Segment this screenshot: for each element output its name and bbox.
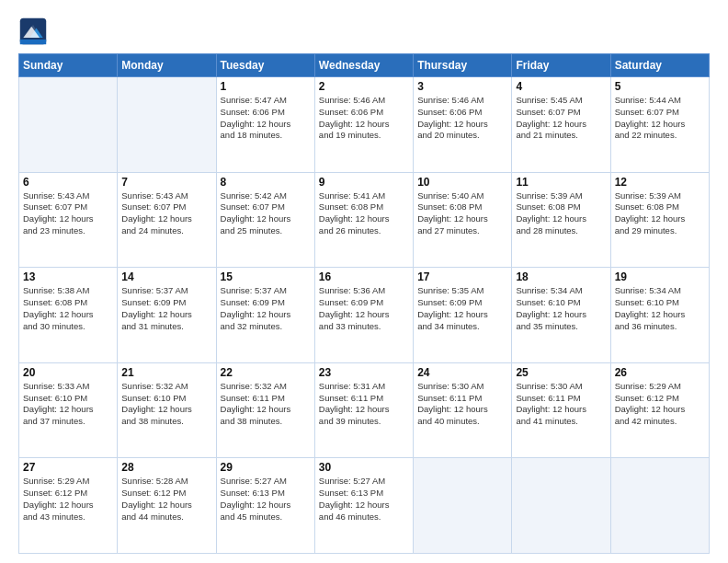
calendar-cell: 21Sunrise: 5:32 AMSunset: 6:10 PMDayligh…: [118, 362, 216, 458]
calendar-cell: 28Sunrise: 5:28 AMSunset: 6:12 PMDayligh…: [118, 458, 216, 554]
cell-info: Sunrise: 5:32 AMSunset: 6:10 PMDaylight:…: [121, 381, 211, 428]
cell-info: Sunrise: 5:39 AMSunset: 6:08 PMDaylight:…: [516, 190, 606, 237]
cell-info: Sunrise: 5:38 AMSunset: 6:08 PMDaylight:…: [23, 285, 113, 332]
cell-info: Sunrise: 5:43 AMSunset: 6:07 PMDaylight:…: [121, 190, 211, 237]
calendar-cell: 11Sunrise: 5:39 AMSunset: 6:08 PMDayligh…: [512, 172, 610, 268]
calendar-cell: [512, 458, 610, 554]
day-number: 23: [319, 366, 409, 379]
day-number: 19: [615, 270, 705, 283]
cell-info: Sunrise: 5:40 AMSunset: 6:08 PMDaylight:…: [417, 190, 507, 237]
calendar-cell: [610, 458, 709, 554]
cell-info: Sunrise: 5:31 AMSunset: 6:11 PMDaylight:…: [319, 381, 409, 428]
day-number: 1: [221, 80, 311, 93]
day-number: 14: [121, 270, 211, 283]
calendar-cell: 3Sunrise: 5:46 AMSunset: 6:06 PMDaylight…: [414, 77, 512, 173]
calendar-cell: 8Sunrise: 5:42 AMSunset: 6:07 PMDaylight…: [216, 172, 314, 268]
week-row-1: 1Sunrise: 5:47 AMSunset: 6:06 PMDaylight…: [19, 77, 710, 173]
calendar-cell: 19Sunrise: 5:34 AMSunset: 6:10 PMDayligh…: [610, 268, 709, 363]
day-number: 12: [615, 176, 705, 189]
calendar-cell: 4Sunrise: 5:45 AMSunset: 6:07 PMDaylight…: [512, 77, 610, 173]
calendar-cell: 9Sunrise: 5:41 AMSunset: 6:08 PMDaylight…: [314, 172, 413, 268]
calendar-cell: 18Sunrise: 5:34 AMSunset: 6:10 PMDayligh…: [512, 268, 610, 363]
day-number: 10: [417, 176, 507, 189]
cell-info: Sunrise: 5:37 AMSunset: 6:09 PMDaylight:…: [121, 285, 211, 332]
calendar-cell: 17Sunrise: 5:35 AMSunset: 6:09 PMDayligh…: [414, 268, 512, 363]
day-number: 20: [23, 366, 113, 379]
calendar-cell: 25Sunrise: 5:30 AMSunset: 6:11 PMDayligh…: [512, 362, 610, 458]
cell-info: Sunrise: 5:30 AMSunset: 6:11 PMDaylight:…: [417, 381, 507, 428]
day-number: 5: [615, 80, 705, 93]
day-number: 30: [319, 461, 409, 474]
week-row-4: 20Sunrise: 5:33 AMSunset: 6:10 PMDayligh…: [19, 362, 710, 458]
cell-info: Sunrise: 5:42 AMSunset: 6:07 PMDaylight:…: [221, 190, 311, 237]
svg-rect-4: [20, 40, 46, 44]
weekday-monday: Monday: [118, 54, 216, 77]
calendar-cell: 23Sunrise: 5:31 AMSunset: 6:11 PMDayligh…: [314, 362, 413, 458]
cell-info: Sunrise: 5:41 AMSunset: 6:08 PMDaylight:…: [319, 190, 409, 237]
cell-info: Sunrise: 5:30 AMSunset: 6:11 PMDaylight:…: [516, 381, 606, 428]
cell-info: Sunrise: 5:44 AMSunset: 6:07 PMDaylight:…: [615, 95, 705, 142]
day-number: 3: [417, 80, 507, 93]
cell-info: Sunrise: 5:37 AMSunset: 6:09 PMDaylight:…: [221, 285, 311, 332]
calendar-cell: [414, 458, 512, 554]
day-number: 11: [516, 176, 606, 189]
cell-info: Sunrise: 5:39 AMSunset: 6:08 PMDaylight:…: [615, 190, 705, 237]
calendar-cell: 30Sunrise: 5:27 AMSunset: 6:13 PMDayligh…: [314, 458, 413, 554]
day-number: 26: [615, 366, 705, 379]
cell-info: Sunrise: 5:35 AMSunset: 6:09 PMDaylight:…: [417, 285, 507, 332]
calendar-cell: 27Sunrise: 5:29 AMSunset: 6:12 PMDayligh…: [19, 458, 118, 554]
day-number: 21: [121, 366, 211, 379]
day-number: 27: [23, 461, 113, 474]
cell-info: Sunrise: 5:27 AMSunset: 6:13 PMDaylight:…: [221, 476, 311, 523]
week-row-3: 13Sunrise: 5:38 AMSunset: 6:08 PMDayligh…: [19, 268, 710, 363]
day-number: 7: [121, 176, 211, 189]
day-number: 22: [221, 366, 311, 379]
cell-info: Sunrise: 5:29 AMSunset: 6:12 PMDaylight:…: [23, 476, 113, 523]
calendar-cell: 6Sunrise: 5:43 AMSunset: 6:07 PMDaylight…: [19, 172, 118, 268]
calendar-cell: 7Sunrise: 5:43 AMSunset: 6:07 PMDaylight…: [118, 172, 216, 268]
day-number: 8: [221, 176, 311, 189]
day-number: 29: [221, 461, 311, 474]
cell-info: Sunrise: 5:27 AMSunset: 6:13 PMDaylight:…: [319, 476, 409, 523]
cell-info: Sunrise: 5:34 AMSunset: 6:10 PMDaylight:…: [516, 285, 606, 332]
cell-info: Sunrise: 5:45 AMSunset: 6:07 PMDaylight:…: [516, 95, 606, 142]
cell-info: Sunrise: 5:34 AMSunset: 6:10 PMDaylight:…: [615, 285, 705, 332]
week-row-2: 6Sunrise: 5:43 AMSunset: 6:07 PMDaylight…: [19, 172, 710, 268]
calendar-cell: 1Sunrise: 5:47 AMSunset: 6:06 PMDaylight…: [216, 77, 314, 173]
calendar-cell: [118, 77, 216, 173]
day-number: 24: [417, 366, 507, 379]
cell-info: Sunrise: 5:32 AMSunset: 6:11 PMDaylight:…: [221, 381, 311, 428]
weekday-friday: Friday: [512, 54, 610, 77]
calendar-cell: 29Sunrise: 5:27 AMSunset: 6:13 PMDayligh…: [216, 458, 314, 554]
calendar-cell: 12Sunrise: 5:39 AMSunset: 6:08 PMDayligh…: [610, 172, 709, 268]
weekday-saturday: Saturday: [610, 54, 709, 77]
day-number: 15: [221, 270, 311, 283]
calendar-table: SundayMondayTuesdayWednesdayThursdayFrid…: [18, 53, 710, 554]
calendar-cell: 15Sunrise: 5:37 AMSunset: 6:09 PMDayligh…: [216, 268, 314, 363]
page: SundayMondayTuesdayWednesdayThursdayFrid…: [0, 0, 728, 563]
day-number: 6: [23, 176, 113, 189]
calendar-cell: 2Sunrise: 5:46 AMSunset: 6:06 PMDaylight…: [314, 77, 413, 173]
day-number: 28: [121, 461, 211, 474]
day-number: 18: [516, 270, 606, 283]
calendar-cell: 16Sunrise: 5:36 AMSunset: 6:09 PMDayligh…: [314, 268, 413, 363]
header: [18, 17, 710, 46]
day-number: 25: [516, 366, 606, 379]
day-number: 17: [417, 270, 507, 283]
logo: [18, 17, 51, 46]
cell-info: Sunrise: 5:33 AMSunset: 6:10 PMDaylight:…: [23, 381, 113, 428]
calendar-cell: [19, 77, 118, 173]
calendar-cell: 20Sunrise: 5:33 AMSunset: 6:10 PMDayligh…: [19, 362, 118, 458]
calendar-cell: 10Sunrise: 5:40 AMSunset: 6:08 PMDayligh…: [414, 172, 512, 268]
day-number: 2: [319, 80, 409, 93]
cell-info: Sunrise: 5:46 AMSunset: 6:06 PMDaylight:…: [319, 95, 409, 142]
day-number: 16: [319, 270, 409, 283]
calendar-cell: 22Sunrise: 5:32 AMSunset: 6:11 PMDayligh…: [216, 362, 314, 458]
calendar-cell: 24Sunrise: 5:30 AMSunset: 6:11 PMDayligh…: [414, 362, 512, 458]
calendar-cell: 5Sunrise: 5:44 AMSunset: 6:07 PMDaylight…: [610, 77, 709, 173]
calendar-cell: 14Sunrise: 5:37 AMSunset: 6:09 PMDayligh…: [118, 268, 216, 363]
cell-info: Sunrise: 5:29 AMSunset: 6:12 PMDaylight:…: [615, 381, 705, 428]
weekday-header-row: SundayMondayTuesdayWednesdayThursdayFrid…: [19, 54, 710, 77]
day-number: 9: [319, 176, 409, 189]
cell-info: Sunrise: 5:46 AMSunset: 6:06 PMDaylight:…: [417, 95, 507, 142]
